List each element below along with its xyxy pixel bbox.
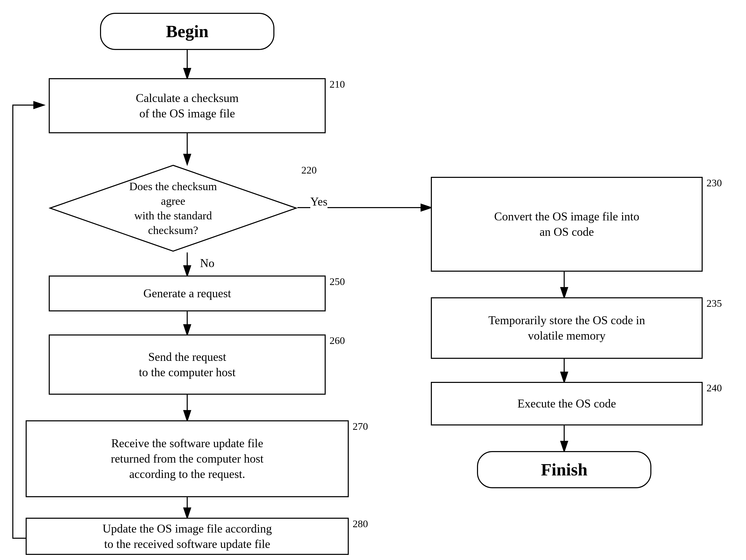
step-270-node: Receive the software update file returne… [26, 420, 349, 497]
step-210-label: Calculate a checksum of the OS image fil… [136, 90, 238, 121]
step-260-label: Send the request to the computer host [139, 349, 236, 380]
step-240-label: Execute the OS code [517, 396, 616, 411]
flowchart: Begin Calculate a checksum of the OS ima… [0, 0, 746, 560]
step-250-label: Generate a request [143, 286, 231, 301]
finish-node: Finish [477, 451, 651, 488]
step-235-node: Temporarily store the OS code in volatil… [431, 297, 702, 359]
step-230-label: Convert the OS image file into an OS cod… [494, 209, 639, 240]
step-270-label: Receive the software update file returne… [111, 436, 263, 481]
step-230-node: Convert the OS image file into an OS cod… [431, 177, 702, 272]
step-220-num: 220 [301, 164, 317, 176]
step-230-num: 230 [707, 177, 722, 189]
step-240-num: 240 [707, 382, 722, 394]
begin-node: Begin [100, 13, 275, 50]
step-210-node: Calculate a checksum of the OS image fil… [49, 78, 326, 133]
step-240-node: Execute the OS code [431, 382, 702, 425]
step-260-node: Send the request to the computer host [49, 334, 326, 395]
step-220-node: Does the checksum agree with the standar… [49, 164, 297, 253]
step-250-num: 250 [329, 275, 345, 288]
step-220-label: Does the checksum agree with the standar… [124, 179, 222, 238]
step-280-num: 280 [353, 518, 368, 530]
no-label: No [200, 256, 214, 270]
step-235-num: 235 [707, 297, 722, 310]
step-210-num: 210 [329, 78, 345, 90]
yes-label: Yes [310, 195, 327, 208]
step-280-label: Update the OS image file according to th… [103, 521, 272, 552]
step-235-label: Temporarily store the OS code in volatil… [488, 313, 645, 344]
step-270-num: 270 [353, 420, 368, 432]
step-250-node: Generate a request [49, 275, 326, 312]
step-280-node: Update the OS image file according to th… [26, 518, 349, 555]
step-260-num: 260 [329, 334, 345, 347]
